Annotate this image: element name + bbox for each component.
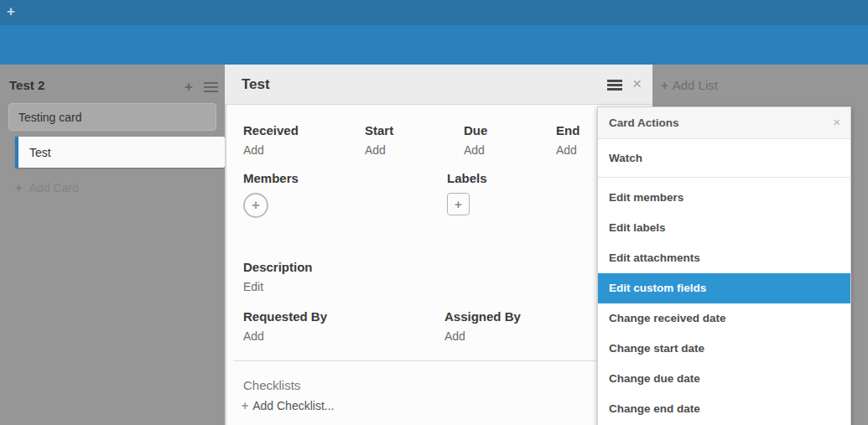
field-start: Start Add <box>365 123 464 158</box>
list-add-card-icon[interactable]: + <box>185 79 193 96</box>
add-list-button[interactable]: + Add List <box>661 78 718 92</box>
plus-icon: + <box>252 197 260 214</box>
plus-icon: + <box>15 180 23 194</box>
add-member-button[interactable]: + <box>243 193 268 218</box>
members-labels-row: Members + Labels + <box>226 171 652 218</box>
menu-item-watch[interactable]: Watch <box>598 139 850 178</box>
field-due: Due Add <box>464 123 556 158</box>
members-section: Members + <box>243 171 447 218</box>
date-fields-row: Received Add Start Add Due Add End Add <box>226 123 652 158</box>
menu-item-change-received-date[interactable]: Change received date <box>598 303 850 334</box>
list-card-testing[interactable]: Testing card <box>8 103 216 131</box>
board-screen: + Test 2 + Testing card Test + Add Card … <box>0 0 868 425</box>
board-header-bar <box>0 25 868 65</box>
add-list-label: Add List <box>673 78 718 92</box>
card-detail-header: Test × <box>225 65 652 105</box>
members-label: Members <box>243 171 447 186</box>
add-checklist-link[interactable]: + Add Checklist... <box>226 399 652 412</box>
menu-item-edit-members[interactable]: Edit members <box>598 183 850 213</box>
plus-icon: + <box>455 197 462 211</box>
received-add-link[interactable]: Add <box>243 143 365 158</box>
field-received: Received Add <box>243 123 365 158</box>
requested-by-section: Requested By Add <box>243 309 444 344</box>
received-label: Received <box>243 123 365 138</box>
card-detail-title: Test <box>242 76 270 93</box>
start-add-link[interactable]: Add <box>365 143 464 158</box>
menu-item-edit-labels[interactable]: Edit labels <box>598 213 850 243</box>
add-label-button[interactable]: + <box>447 193 470 215</box>
requested-by-add-link[interactable]: Add <box>243 329 444 344</box>
due-add-link[interactable]: Add <box>464 143 556 158</box>
close-menu-icon[interactable]: × <box>833 115 840 129</box>
card-title: Test <box>29 146 51 159</box>
card-actions-menu: Card Actions × Watch Edit members Edit l… <box>597 106 851 425</box>
card-detail-panel: Test × Received Add Start Add Due Add <box>225 65 652 425</box>
card-title: Testing card <box>18 111 81 124</box>
list-menu-icon[interactable] <box>204 82 218 92</box>
list-card-test-active[interactable]: Test <box>15 137 225 168</box>
add-checklist-label: Add Checklist... <box>252 399 334 412</box>
card-actions-menu-header: Card Actions × <box>598 107 850 139</box>
description-section: Description Edit <box>226 260 652 294</box>
card-actions-menu-title: Card Actions <box>609 117 679 129</box>
card-detail-body: Received Add Start Add Due Add End Add <box>225 105 652 425</box>
list-title: Test 2 <box>9 78 44 92</box>
section-divider <box>233 360 652 361</box>
requested-assigned-row: Requested By Add Assigned By Add <box>226 309 652 344</box>
card-actions-menu-items: Edit members Edit labels Edit attachment… <box>598 178 850 424</box>
add-card-label: Add Card <box>29 181 79 194</box>
description-label: Description <box>243 260 652 275</box>
top-navigation-bar: + <box>0 0 868 25</box>
menu-item-change-end-date[interactable]: Change end date <box>598 394 850 424</box>
description-edit-link[interactable]: Edit <box>243 280 652 294</box>
plus-icon: + <box>242 399 248 412</box>
close-card-detail-icon[interactable]: × <box>632 75 642 93</box>
plus-icon: + <box>661 78 668 92</box>
requested-by-label: Requested By <box>243 309 444 324</box>
start-label: Start <box>365 123 464 138</box>
due-label: Due <box>464 123 556 138</box>
add-board-icon[interactable]: + <box>7 3 15 20</box>
add-card-button[interactable]: + Add Card <box>15 180 79 194</box>
menu-item-change-start-date[interactable]: Change start date <box>598 334 850 364</box>
card-actions-menu-icon[interactable] <box>607 80 622 91</box>
menu-item-edit-custom-fields[interactable]: Edit custom fields <box>598 273 850 303</box>
menu-item-edit-attachments[interactable]: Edit attachments <box>598 243 850 273</box>
checklists-label: Checklists <box>226 378 652 392</box>
menu-item-change-due-date[interactable]: Change due date <box>598 364 850 394</box>
